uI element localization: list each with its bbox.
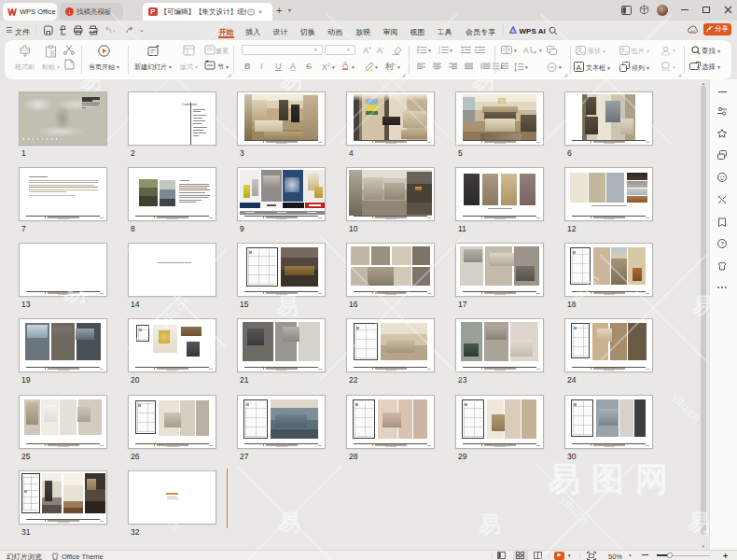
svg-text:3: 3 bbox=[438, 51, 440, 54]
svg-text:?: ? bbox=[720, 241, 724, 246]
svg-text:A: A bbox=[577, 63, 582, 72]
